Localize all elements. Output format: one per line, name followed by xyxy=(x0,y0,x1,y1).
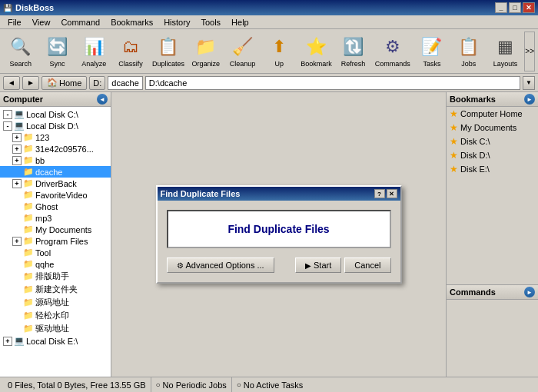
menu-file[interactable]: File xyxy=(3,17,26,28)
cancel-button[interactable]: Cancel xyxy=(344,257,390,273)
duplicates-icon: 📋 xyxy=(156,35,181,59)
dialog-close-button[interactable]: ✕ xyxy=(387,189,397,198)
duplicates-button[interactable]: 📋 Duplicates xyxy=(150,32,187,71)
tree-item-yuanma[interactable]: 📁 源码地址 xyxy=(0,296,111,309)
bookmark-text-my-documents: My Documents xyxy=(460,123,516,132)
dialog-title-controls: ? ✕ xyxy=(374,189,397,198)
tree-expander-123[interactable]: + xyxy=(12,133,22,142)
tree-item-local-disk-d[interactable]: - 💻 Local Disk D:\ xyxy=(0,120,111,131)
menu-bar: File View Command Bookmarks History Tool… xyxy=(0,15,538,29)
bookmark-button[interactable]: ⭐ Bookmark xyxy=(298,32,334,71)
tree-text-d: Local Disk D:\ xyxy=(26,121,78,131)
tree-expander-e[interactable]: + xyxy=(3,337,12,346)
tree-item-qingsong[interactable]: 📁 轻松水印 xyxy=(0,309,111,322)
left-panel-collapse-button[interactable]: ◄ xyxy=(97,94,108,105)
tree-expander-programfiles[interactable]: + xyxy=(12,237,22,246)
commands-button[interactable]: ⚙ Commands xyxy=(372,32,413,71)
menu-bookmarks[interactable]: Bookmarks xyxy=(106,17,158,28)
tree-item-31e[interactable]: + 📁 31e42c09576... xyxy=(0,143,111,154)
bookmark-my-documents[interactable]: ★ My Documents xyxy=(447,121,538,135)
start-button[interactable]: ▶ Start xyxy=(295,257,341,273)
tree-item-qudong[interactable]: 📁 驱动地址 xyxy=(0,322,111,335)
menu-tools[interactable]: Tools xyxy=(196,17,225,28)
dialog-help-button[interactable]: ? xyxy=(374,189,385,198)
tree-expander-c[interactable]: - xyxy=(3,110,12,119)
tree-item-mydocuments[interactable]: 📁 My Documents xyxy=(0,224,111,235)
tree-item-123[interactable]: + 📁 123 xyxy=(0,131,111,143)
duplicates-label: Duplicates xyxy=(152,60,184,68)
organize-button[interactable]: 📁 Organize xyxy=(188,32,224,71)
tree-expander-31e[interactable]: + xyxy=(12,145,22,154)
tree-item-driverback[interactable]: + 📁 DriverBack xyxy=(0,178,111,189)
sync-button[interactable]: 🔄 Sync xyxy=(40,32,75,71)
home-button[interactable]: 🏠 Home xyxy=(42,76,87,90)
tree-item-favoritevideo[interactable]: 📁 FavoriteVideo xyxy=(0,189,111,201)
dialog-content: Find Duplicate Files ⚙ Advanced Options … xyxy=(158,201,400,282)
bookmark-label: Bookmark xyxy=(301,60,332,68)
tree-item-local-disk-c[interactable]: - 💻 Local Disk C:\ xyxy=(0,108,111,120)
bookmark-disk-e[interactable]: ★ Disk E:\ xyxy=(447,162,538,176)
path-dropdown-button[interactable]: ▼ xyxy=(523,76,535,90)
forward-button[interactable]: ► xyxy=(22,76,39,90)
advanced-options-button[interactable]: ⚙ Advanced Options ... xyxy=(167,257,274,273)
menu-view[interactable]: View xyxy=(28,17,55,28)
d-drive-button[interactable]: D: xyxy=(89,76,105,90)
tree-item-local-disk-e[interactable]: + 💻 Local Disk E:\ xyxy=(0,335,111,347)
tasks-status: ○ No Active Tasks xyxy=(232,377,308,392)
folder-icon-qqhe: 📁 xyxy=(23,259,34,269)
tree-expander-bb[interactable]: + xyxy=(12,156,22,165)
commands-collapse-button[interactable]: ► xyxy=(524,287,535,297)
minimize-button[interactable]: _ xyxy=(495,2,507,13)
back-button[interactable]: ◄ xyxy=(3,76,20,90)
bookmark-text-computer-home: Computer Home xyxy=(460,109,523,118)
cleanup-button[interactable]: 🧹 Cleanup xyxy=(225,32,261,71)
folder-icon-driverback: 📁 xyxy=(23,178,34,188)
close-button[interactable]: ✕ xyxy=(523,2,535,13)
classify-button[interactable]: 🗂 Classify xyxy=(113,32,148,71)
search-button[interactable]: 🔍 Search xyxy=(3,32,38,71)
bookmark-disk-d[interactable]: ★ Disk D:\ xyxy=(447,148,538,162)
tree-item-qqhe[interactable]: 📁 qqhe xyxy=(0,258,111,270)
path-input[interactable]: D:\dcache xyxy=(145,76,520,90)
tasks-button[interactable]: 📝 Tasks xyxy=(414,32,450,71)
refresh-label: Refresh xyxy=(341,60,366,68)
status-bar: 0 Files, Total 0 Bytes, Free 13.55 GB ○ … xyxy=(0,377,538,392)
tree-item-tool[interactable]: 📁 Tool xyxy=(0,247,111,258)
tree-expander-d[interactable]: - xyxy=(3,121,12,131)
up-button[interactable]: ⬆ Up xyxy=(261,32,297,71)
title-bar: 💾 DiskBoss _ □ ✕ xyxy=(0,0,538,15)
tree-item-dcache[interactable]: 📁 dcache xyxy=(0,166,111,178)
bookmark-disk-c[interactable]: ★ Disk C:\ xyxy=(447,135,538,148)
tree-text-dcache: dcache xyxy=(35,168,62,177)
tree-expander-driverback[interactable]: + xyxy=(12,179,22,188)
tree-text-bb: bb xyxy=(35,156,45,165)
analyze-icon: 📊 xyxy=(81,35,106,59)
menu-history[interactable]: History xyxy=(159,17,194,28)
commands-header: Commands ► xyxy=(447,285,538,300)
refresh-button[interactable]: 🔃 Refresh xyxy=(336,32,371,71)
computer-icon: 💻 xyxy=(14,109,25,119)
tasks-label: Tasks xyxy=(423,60,440,68)
tree-item-bb[interactable]: + 📁 bb xyxy=(0,154,111,166)
bookmark-computer-home[interactable]: ★ Computer Home xyxy=(447,107,538,121)
toolbar-more-button[interactable]: >> xyxy=(524,32,535,71)
tree-item-programfiles[interactable]: + 📁 Program Files xyxy=(0,235,111,247)
layouts-icon: ▦ xyxy=(493,35,517,59)
menu-command[interactable]: Command xyxy=(56,17,105,28)
tree-item-ghost[interactable]: 📁 Ghost xyxy=(0,201,111,212)
jobs-button[interactable]: 📋 Jobs xyxy=(451,32,487,71)
analyze-button[interactable]: 📊 Analyze xyxy=(76,32,111,71)
tree-item-xinjian[interactable]: 📁 新建文件夹 xyxy=(0,283,111,296)
bookmark-text-disk-c: Disk C:\ xyxy=(460,137,490,146)
tree-text-123: 123 xyxy=(35,133,49,142)
path-label: dcache xyxy=(108,76,142,90)
maximize-button[interactable]: □ xyxy=(509,2,521,13)
organize-label: Organize xyxy=(192,60,221,68)
commands-label: Commands xyxy=(375,60,410,68)
tree-item-paiban[interactable]: 📁 排版助手 xyxy=(0,270,111,283)
bookmarks-collapse-button[interactable]: ► xyxy=(524,94,535,105)
bookmark-star-icon-2: ★ xyxy=(450,122,458,133)
tree-item-mp3[interactable]: 📁 mp3 xyxy=(0,212,111,224)
menu-help[interactable]: Help xyxy=(227,17,254,28)
layouts-button[interactable]: ▦ Layouts xyxy=(488,32,523,71)
